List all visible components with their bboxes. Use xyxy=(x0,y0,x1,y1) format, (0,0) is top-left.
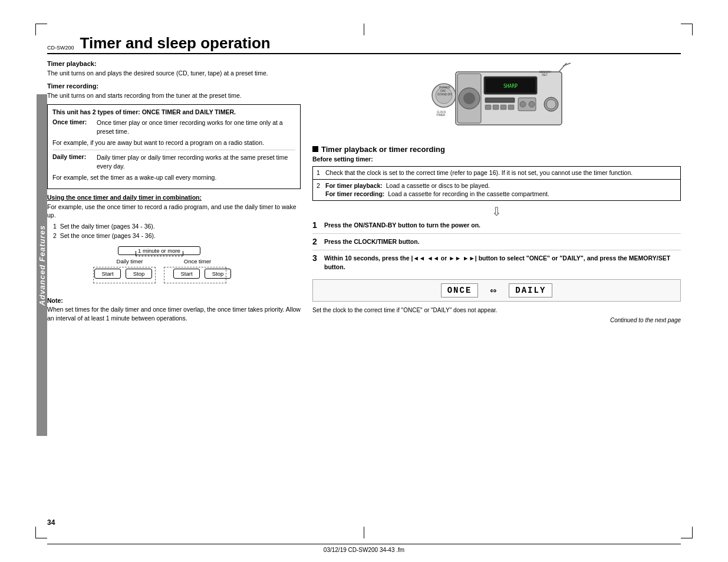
prereq-text-1: Check that the clock is set to the corre… xyxy=(325,168,633,177)
once-stop-box: Stop xyxy=(205,269,231,279)
left-vert-line xyxy=(136,251,136,256)
daily-timer-example: For example, set the timer as a wake-up … xyxy=(52,173,295,182)
svg-rect-10 xyxy=(500,105,506,110)
footer: 03/12/19 CD-SW200 34-43 .fm xyxy=(47,544,681,553)
svg-text:STAND-BY: STAND-BY xyxy=(437,92,453,96)
svg-rect-11 xyxy=(508,105,514,110)
svg-point-3 xyxy=(463,92,475,104)
down-arrow-icon: ⇩ xyxy=(312,204,681,219)
display-daily: DAILY xyxy=(509,283,552,297)
info-box-title: This unit has 2 types of timer: ONCE TIM… xyxy=(52,108,295,115)
svg-point-14 xyxy=(529,101,535,107)
svg-text:/TIMER: /TIMER xyxy=(436,114,446,117)
page-number: 34 xyxy=(47,518,55,527)
prereq-text-2: For timer playback: Load a cassette or d… xyxy=(325,181,549,199)
note-heading: Note: xyxy=(47,297,301,304)
display-caption: Set the clock to the correct time if "ON… xyxy=(312,306,681,315)
page-title: Timer and sleep operation xyxy=(80,35,271,51)
prereq-row-2: 2 For timer playback: Load a cassette or… xyxy=(313,180,680,200)
continued-text: Continued to the next page xyxy=(312,317,681,323)
timer-playback-heading: Timer playback: xyxy=(47,60,301,67)
once-timer-row: Once timer: Once timer play or once time… xyxy=(52,118,295,135)
numbered-steps: 1 Press the ON/STAND-BY button to turn t… xyxy=(312,221,681,275)
device-image-area: SHARP xyxy=(312,60,681,138)
daily-timer-label: Daily timer: xyxy=(52,153,97,170)
once-timer-desc: Once timer play or once timer recording … xyxy=(97,118,295,135)
info-box: This unit has 2 types of timer: ONCE TIM… xyxy=(47,104,301,189)
daily-timer-row: Daily timer: Daily timer play or daily t… xyxy=(52,153,295,170)
daily-timer-diagram-label: Daily timer xyxy=(106,258,153,265)
device-illustration: SHARP xyxy=(420,60,574,137)
display-arrow-icon: ⇔ xyxy=(490,286,497,295)
once-start-box: Start xyxy=(173,269,200,279)
sidebar-label: Advanced Features xyxy=(37,94,47,436)
display-row: ONCE ⇔ DAILY xyxy=(312,279,681,302)
timer-diagram: 1 minute or more Daily timer Once timer xyxy=(47,245,301,292)
combination-list-item-2: 2 Set the once timer (pages 34 - 36). xyxy=(53,232,301,241)
two-column-layout: Timer playback: The unit turns on and pl… xyxy=(47,60,681,323)
daily-timer-desc: Daily timer play or daily timer recordin… xyxy=(97,153,295,170)
svg-line-27 xyxy=(563,63,571,66)
divider xyxy=(52,150,295,150)
step-1: 1 Press the ON/STAND-BY button to turn t… xyxy=(312,221,681,234)
section-title: Timer playback or timer recording xyxy=(321,145,445,154)
timer-playback-body: The unit turns on and plays the desired … xyxy=(47,69,301,78)
combination-heading: Using the once timer and daily timer in … xyxy=(47,194,301,201)
content-area: CD-SW200 Timer and sleep operation Timer… xyxy=(47,35,681,527)
model-number: CD-SW200 xyxy=(47,45,74,51)
svg-point-13 xyxy=(520,101,526,107)
once-timer-diagram-label: Once timer xyxy=(174,258,221,265)
daily-stop-box: Stop xyxy=(126,269,152,279)
svg-text:SHARP: SHARP xyxy=(503,84,517,89)
minute-label-box: 1 minute or more xyxy=(118,246,200,255)
before-setting-label: Before setting timer: xyxy=(312,156,681,163)
step-3: 3 Within 10 seconds, press the |◄◄ ◄◄ or… xyxy=(312,254,681,275)
combination-body: For example, use the once timer to recor… xyxy=(47,203,301,220)
note-body: When set times for the daily timer and o… xyxy=(47,305,301,322)
prereq-table: 1 Check that the clock is set to the cor… xyxy=(312,166,681,201)
timer-recording-body: The unit turns on and starts recording f… xyxy=(47,91,301,100)
right-vert-line xyxy=(183,251,183,256)
dashed-line xyxy=(136,256,183,256)
prereq-row-1: 1 Check that the clock is set to the cor… xyxy=(313,167,680,180)
section-title-row: Timer playback or timer recording xyxy=(312,145,681,154)
svg-line-26 xyxy=(559,63,566,72)
display-once: ONCE xyxy=(441,283,479,297)
daily-start-box: Start xyxy=(94,269,121,279)
svg-rect-9 xyxy=(493,105,499,110)
step-2: 2 Press the CLOCK/TIMER button. xyxy=(312,237,681,250)
right-column: SHARP xyxy=(312,60,681,323)
page-header: CD-SW200 Timer and sleep operation xyxy=(47,35,681,54)
section-square-icon xyxy=(312,146,318,152)
button-row: Start Stop Start Stop xyxy=(94,269,231,279)
once-timer-example: For example, if you are away but want to… xyxy=(52,138,295,147)
timer-recording-heading: Timer recording: xyxy=(47,82,301,90)
svg-rect-7 xyxy=(485,98,515,103)
left-column: Timer playback: The unit turns on and pl… xyxy=(47,60,301,323)
combination-list-item-1: 1 Set the daily timer (pages 34 - 36). xyxy=(53,222,301,232)
svg-point-16 xyxy=(546,100,556,109)
svg-text:/SET: /SET xyxy=(542,74,548,77)
svg-rect-8 xyxy=(485,105,491,110)
once-timer-label: Once timer: xyxy=(52,118,97,135)
footer-text: 03/12/19 CD-SW200 34-43 .fm xyxy=(324,547,404,553)
